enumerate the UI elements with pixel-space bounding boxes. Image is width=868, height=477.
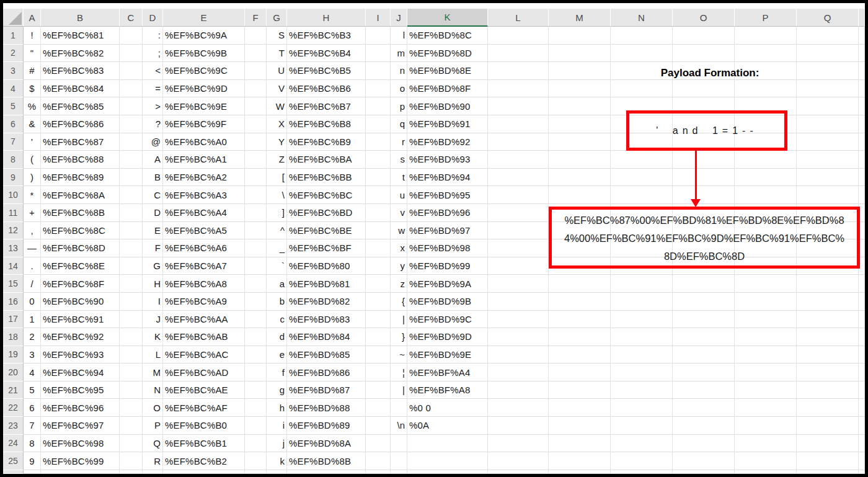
cell-P21[interactable] <box>735 381 797 399</box>
cell-D11[interactable]: D <box>143 204 163 222</box>
cell-D3[interactable]: < <box>143 62 163 80</box>
cell-C13[interactable] <box>120 239 143 257</box>
cell-B6[interactable]: %EF%BC%86 <box>41 115 120 133</box>
cell-E21[interactable]: %EF%BC%AE <box>163 381 245 399</box>
cell-E1[interactable]: %EF%BC%9A <box>163 27 245 45</box>
cell-Q7[interactable] <box>797 133 859 151</box>
cell-partial[interactable] <box>549 470 611 474</box>
cell-F16[interactable] <box>245 293 267 311</box>
cell-I8[interactable] <box>366 151 391 169</box>
cell-P20[interactable] <box>735 363 797 381</box>
cell-H16[interactable]: %EF%BD%82 <box>287 293 366 311</box>
cell-C16[interactable] <box>120 293 143 311</box>
cell-D23[interactable]: P <box>143 417 163 435</box>
cell-P2[interactable] <box>735 45 797 63</box>
cell-A2[interactable]: " <box>24 45 41 63</box>
cell-x6[interactable] <box>859 115 865 133</box>
row-header-8[interactable]: 8 <box>3 151 24 169</box>
cell-H18[interactable]: %EF%BD%84 <box>287 328 366 346</box>
cell-Q25[interactable] <box>797 452 859 470</box>
cell-M22[interactable] <box>549 399 611 417</box>
cell-E11[interactable]: %EF%BC%A4 <box>163 204 245 222</box>
cell-L21[interactable] <box>488 381 549 399</box>
cell-F1[interactable] <box>245 27 267 45</box>
cell-C25[interactable] <box>120 452 143 470</box>
cell-I7[interactable] <box>366 133 391 151</box>
cell-B9[interactable]: %EF%BC%89 <box>41 169 120 187</box>
cell-L10[interactable] <box>488 186 549 204</box>
row-header-2[interactable]: 2 <box>3 45 24 63</box>
cell-B13[interactable]: %EF%BC%8D <box>41 239 120 257</box>
cell-B20[interactable]: %EF%BC%94 <box>41 363 120 381</box>
cell-L24[interactable] <box>488 435 549 453</box>
cell-F12[interactable] <box>245 222 267 240</box>
row-header-18[interactable]: 18 <box>3 328 24 346</box>
cell-D20[interactable]: M <box>143 363 163 381</box>
cell-K13[interactable]: %EF%BD%98 <box>407 239 488 257</box>
cell-C7[interactable] <box>120 133 143 151</box>
cell-N4[interactable] <box>611 80 673 98</box>
cell-G10[interactable]: \ <box>267 186 287 204</box>
cell-J23[interactable]: \n <box>391 417 407 435</box>
cell-x1[interactable] <box>859 27 865 45</box>
cell-B15[interactable]: %EF%BC%8F <box>41 275 120 293</box>
cell-P23[interactable] <box>735 417 797 435</box>
cell-L22[interactable] <box>488 399 549 417</box>
cell-C17[interactable] <box>120 311 143 329</box>
cell-J3[interactable]: n <box>391 62 407 80</box>
cell-H24[interactable]: %EF%BD%8A <box>287 435 366 453</box>
cell-B17[interactable]: %EF%BC%91 <box>41 311 120 329</box>
cell-D16[interactable]: I <box>143 293 163 311</box>
cell-D25[interactable]: R <box>143 452 163 470</box>
cell-Q1[interactable] <box>797 27 859 45</box>
cell-K6[interactable]: %EF%BD%91 <box>407 115 488 133</box>
cell-F11[interactable] <box>245 204 267 222</box>
cell-A19[interactable]: 3 <box>24 346 41 364</box>
row-header-23[interactable]: 23 <box>3 417 24 435</box>
cell-H22[interactable]: %EF%BD%88 <box>287 399 366 417</box>
column-header-A[interactable]: A <box>24 9 41 27</box>
cell-N19[interactable] <box>611 346 673 364</box>
cell-partial[interactable] <box>797 470 859 474</box>
cell-F19[interactable] <box>245 346 267 364</box>
cell-M24[interactable] <box>549 435 611 453</box>
cell-E10[interactable]: %EF%BC%A3 <box>163 186 245 204</box>
cell-L8[interactable] <box>488 151 549 169</box>
cell-N24[interactable] <box>611 435 673 453</box>
cell-A10[interactable]: * <box>24 186 41 204</box>
row-header-14[interactable]: 14 <box>3 257 24 275</box>
cell-E15[interactable]: %EF%BC%A8 <box>163 275 245 293</box>
row-header-6[interactable]: 6 <box>3 115 24 133</box>
cell-H20[interactable]: %EF%BD%86 <box>287 363 366 381</box>
cell-J16[interactable]: { <box>391 293 407 311</box>
cell-E2[interactable]: %EF%BC%9B <box>163 45 245 63</box>
cell-G14[interactable]: ` <box>267 257 287 275</box>
cell-D7[interactable]: @ <box>143 133 163 151</box>
cell-I23[interactable] <box>366 417 391 435</box>
cell-I17[interactable] <box>366 311 391 329</box>
cell-Q21[interactable] <box>797 381 859 399</box>
cell-partial[interactable] <box>163 470 245 474</box>
cell-O22[interactable] <box>673 399 735 417</box>
cell-x22[interactable] <box>859 399 865 417</box>
cell-I14[interactable] <box>366 257 391 275</box>
cell-I6[interactable] <box>366 115 391 133</box>
cell-L17[interactable] <box>488 311 549 329</box>
cell-M6[interactable] <box>549 115 611 133</box>
cell-N2[interactable] <box>611 45 673 63</box>
cell-G21[interactable]: g <box>267 381 287 399</box>
cell-B10[interactable]: %EF%BC%8A <box>41 186 120 204</box>
cell-Q8[interactable] <box>797 151 859 169</box>
column-header-P[interactable]: P <box>735 9 797 27</box>
cell-N10[interactable] <box>611 186 673 204</box>
cell-J20[interactable]: ¦ <box>391 363 407 381</box>
cell-I25[interactable] <box>366 452 391 470</box>
cell-I16[interactable] <box>366 293 391 311</box>
cell-C18[interactable] <box>120 328 143 346</box>
cell-L6[interactable] <box>488 115 549 133</box>
cell-A13[interactable]: — <box>24 239 41 257</box>
cell-A15[interactable]: / <box>24 275 41 293</box>
cell-J13[interactable]: x <box>391 239 407 257</box>
cell-P19[interactable] <box>735 346 797 364</box>
cell-I13[interactable] <box>366 239 391 257</box>
